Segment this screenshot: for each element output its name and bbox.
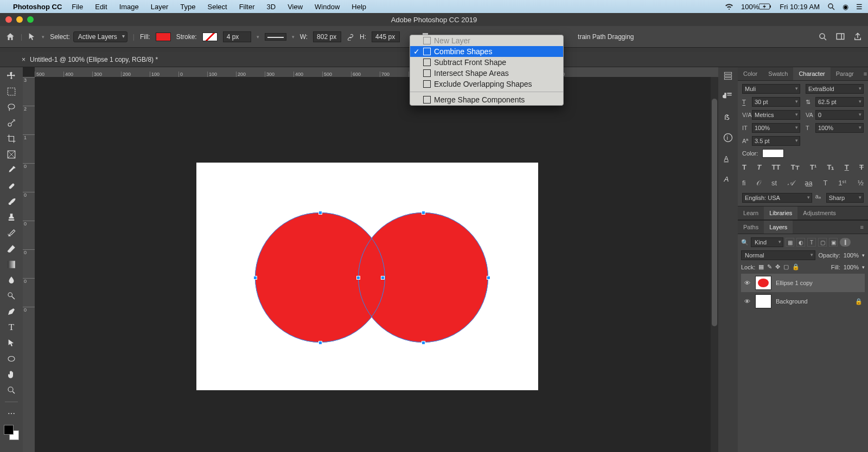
menu-view[interactable]: View xyxy=(288,3,303,11)
titling-button[interactable]: T xyxy=(823,179,827,188)
marquee-tool[interactable] xyxy=(5,85,18,98)
lock-all-icon[interactable]: 🔒 xyxy=(792,263,800,270)
type-tool[interactable]: T xyxy=(5,321,18,334)
handle[interactable] xyxy=(318,211,322,215)
height-input[interactable]: 445 px xyxy=(372,31,400,42)
tab-paths[interactable]: Paths xyxy=(738,221,764,234)
layers-menu-icon[interactable]: ≡ xyxy=(856,221,868,234)
scrollbar-vertical[interactable] xyxy=(711,77,718,452)
filter-pixel-icon[interactable]: ▦ xyxy=(786,238,794,247)
panel-menu-icon[interactable]: ≡ xyxy=(859,67,868,80)
tab-adjustments[interactable]: Adjustments xyxy=(797,206,841,219)
canvas[interactable] xyxy=(35,77,718,452)
bold-button[interactable]: T xyxy=(742,163,746,171)
filter-kind-dropdown[interactable]: Kind xyxy=(751,237,783,247)
pen-tool[interactable] xyxy=(5,305,18,318)
menu-subtract-shape[interactable]: Subtract Front Shape xyxy=(410,57,563,68)
tracking-input[interactable]: 0 xyxy=(815,110,864,120)
frame-tool[interactable] xyxy=(5,148,18,161)
app-name[interactable]: Photoshop CC xyxy=(13,3,62,11)
lock-position-icon[interactable]: ✥ xyxy=(775,263,780,270)
menu-window[interactable]: Window xyxy=(315,3,340,11)
handle[interactable] xyxy=(487,276,490,280)
hand-tool[interactable] xyxy=(5,368,18,381)
smallcaps-button[interactable]: Tᴛ xyxy=(791,163,800,171)
oldstyle-button[interactable]: 𝒪 xyxy=(756,179,761,188)
tab-character[interactable]: Character xyxy=(793,67,830,80)
opacity-value[interactable]: 100% xyxy=(844,252,859,259)
handle[interactable] xyxy=(356,276,360,280)
ruler-horizontal[interactable]: 5004003002001000100200300400500600700800… xyxy=(35,67,718,77)
fill-opacity-value[interactable]: 100% xyxy=(844,264,859,270)
zoom-window[interactable] xyxy=(27,16,34,23)
menu-file[interactable]: File xyxy=(72,3,83,11)
close-window[interactable] xyxy=(5,16,12,23)
path-select-tool[interactable] xyxy=(5,337,18,350)
superscript-button[interactable]: T¹ xyxy=(810,163,816,171)
width-input[interactable]: 802 px xyxy=(313,31,341,42)
path-selection-icon[interactable] xyxy=(28,33,36,41)
brush-tool[interactable] xyxy=(5,195,18,208)
home-icon[interactable] xyxy=(5,32,15,42)
glyphs-panel-icon[interactable]: ẞ xyxy=(723,112,733,122)
layer-thumbnail[interactable] xyxy=(755,276,771,290)
lock-transparency-icon[interactable]: ▦ xyxy=(758,263,764,270)
visibility-toggle[interactable]: 👁 xyxy=(743,298,751,305)
menu-intersect-shapes[interactable]: Intersect Shape Areas xyxy=(410,68,563,79)
spotlight-icon[interactable] xyxy=(827,3,835,10)
dodge-tool[interactable] xyxy=(5,289,18,302)
vscale-input[interactable]: 100% xyxy=(752,123,800,133)
menu-combine-shapes[interactable]: ✓Combine Shapes xyxy=(410,46,563,57)
antialias-dropdown[interactable]: Sharp xyxy=(826,193,864,203)
blend-mode-dropdown[interactable]: Normal xyxy=(741,250,815,260)
font-weight-dropdown[interactable]: ExtraBold xyxy=(806,84,864,94)
menu-exclude-shapes[interactable]: Exclude Overlapping Shapes xyxy=(410,79,563,89)
tab-layers[interactable]: Layers xyxy=(764,221,793,234)
filter-type-icon[interactable]: T xyxy=(807,238,816,247)
ligature-button[interactable]: fi xyxy=(742,179,746,188)
hscale-input[interactable]: 100% xyxy=(815,123,864,133)
filter-toggle[interactable]: ⏽ xyxy=(840,238,851,247)
crop-tool[interactable] xyxy=(5,132,18,145)
search-icon[interactable] xyxy=(818,32,828,42)
menu-3d[interactable]: 3D xyxy=(267,3,276,11)
layer-thumbnail[interactable] xyxy=(755,294,771,308)
move-tool[interactable] xyxy=(5,69,18,82)
filter-smart-icon[interactable]: ▣ xyxy=(829,238,838,247)
ruler-vertical[interactable]: 321000000 xyxy=(23,77,35,452)
zoom-tool[interactable] xyxy=(5,384,18,397)
allcaps-button[interactable]: TT xyxy=(772,163,781,171)
tab-color[interactable]: Color xyxy=(738,67,763,80)
link-icon[interactable] xyxy=(347,33,354,41)
italic-button[interactable]: T xyxy=(757,163,761,171)
stroke-style-dropdown[interactable] xyxy=(265,33,286,41)
layer-name[interactable]: Background xyxy=(776,298,808,305)
document-tab[interactable]: Untitled-1 @ 100% (Ellipse 1 copy, RGB/8… xyxy=(30,56,158,63)
baseline-input[interactable]: 3.5 pt xyxy=(752,136,800,146)
eyedropper-tool[interactable] xyxy=(5,164,18,177)
handle[interactable] xyxy=(381,276,385,280)
siri-icon[interactable]: ◉ xyxy=(843,3,848,11)
leading-input[interactable]: 62.5 pt xyxy=(815,97,864,107)
lock-icon[interactable]: 🔒 xyxy=(855,298,863,305)
filter-adjust-icon[interactable]: ◐ xyxy=(796,238,805,247)
close-tab-icon[interactable]: × xyxy=(22,56,25,63)
stroke-width-input[interactable]: 4 px xyxy=(223,31,251,42)
stylistic-button[interactable]: st xyxy=(771,179,777,188)
tab-libraries[interactable]: Libraries xyxy=(764,206,797,219)
menu-filter[interactable]: Filter xyxy=(239,3,255,11)
handle[interactable] xyxy=(422,341,425,345)
artboard[interactable] xyxy=(196,163,538,390)
font-size-input[interactable]: 30 pt xyxy=(752,97,800,107)
fill-swatch[interactable] xyxy=(156,33,171,41)
menu-edit[interactable]: Edit xyxy=(95,3,107,11)
handle[interactable] xyxy=(318,341,322,345)
edit-toolbar[interactable]: ⋯ xyxy=(5,407,18,420)
tab-learn[interactable]: Learn xyxy=(738,206,764,219)
heal-tool[interactable] xyxy=(5,179,18,192)
paragraph-panel-icon[interactable] xyxy=(723,91,733,102)
menu-extras-icon[interactable]: ☰ xyxy=(856,3,863,11)
stroke-swatch[interactable] xyxy=(202,33,218,41)
language-dropdown[interactable]: English: USA xyxy=(742,193,812,203)
visibility-toggle[interactable]: 👁 xyxy=(743,280,751,286)
